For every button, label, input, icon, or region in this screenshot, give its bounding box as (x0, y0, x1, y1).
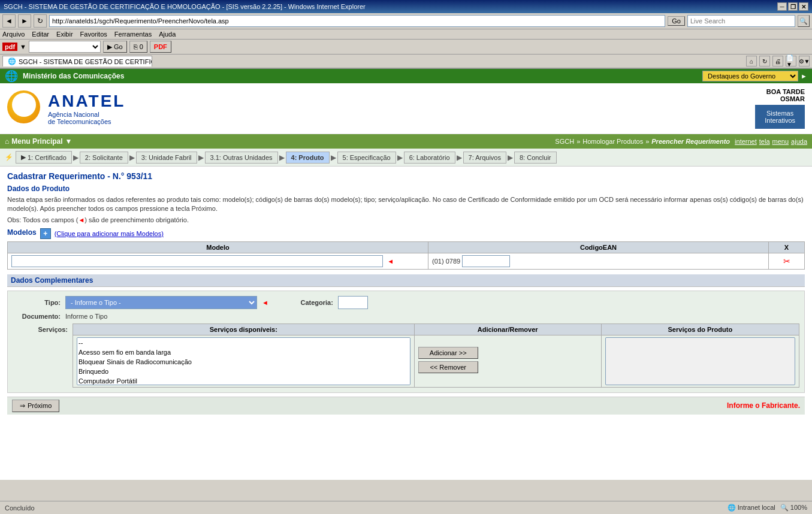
menu-principal-arrow: ▼ (65, 137, 73, 146)
servicos-label-container: Serviços: (13, 323, 73, 333)
go-button[interactable]: Go (668, 16, 685, 26)
modelos-header: Modelos + (Clique para adicionar mais Mo… (7, 228, 805, 239)
proximo-button[interactable]: ⇒ Próximo (12, 400, 59, 412)
remover-button[interactable]: << Remover (418, 361, 478, 373)
tools-icon[interactable]: ⚙▼ (799, 56, 810, 66)
dados-complementares-divider: Dados Complementares (7, 274, 805, 287)
menu-principal-label: Menu Principal (11, 137, 62, 146)
breadcrumb-sep2: » (645, 138, 649, 145)
proximo-label: Próximo (28, 402, 52, 409)
step-3[interactable]: 3: Unidade Fabril (136, 152, 197, 164)
anatel-text: ANATEL Agência Nacional de Telecomunicaç… (48, 92, 125, 125)
menu-editar[interactable]: Editar (32, 31, 49, 38)
home-icon[interactable]: ⌂ (746, 56, 757, 66)
main-content: Cadastrar Requerimento - N.° 953/11 Dado… (0, 167, 812, 419)
add-model-icon[interactable]: + (40, 228, 51, 239)
close-button[interactable]: ✕ (799, 2, 808, 11)
step-8-label: 8: Concluir (520, 154, 551, 161)
step-1-label: 1: Certificado (28, 154, 67, 161)
menu-principal[interactable]: ⌂ Menu Principal ▼ (5, 137, 73, 146)
arrow-5: ▶ (331, 153, 336, 162)
servicos-produto-list[interactable] (605, 337, 795, 385)
plus-icon: + (43, 229, 47, 238)
arrow-2: ▶ (129, 153, 135, 162)
step-3-label: 3: Unidade Fabril (141, 154, 192, 161)
address-bar[interactable] (49, 15, 665, 27)
step-4-label: 4: Produto (291, 154, 324, 161)
arrow-8: ▶ (508, 153, 513, 162)
restore-button[interactable]: ❐ (788, 2, 798, 11)
add-remove-cell: Adicionar >> << Remover (414, 335, 601, 387)
delete-icon[interactable]: ✂ (783, 256, 790, 266)
step-1[interactable]: ▶ 1: Certificado (16, 151, 72, 164)
adicionar-button[interactable]: Adicionar >> (418, 347, 478, 359)
nav-breadcrumb: ⌂ Menu Principal ▼ SGCH » Homologar Prod… (0, 134, 812, 149)
step-2[interactable]: 2: Solicitante (80, 152, 128, 164)
minimize-button[interactable]: ─ (777, 2, 787, 11)
menu-ferramentas[interactable]: Ferramentas (114, 31, 152, 38)
refresh-button[interactable]: ↻ (34, 14, 47, 28)
servicos-disponiveis-list[interactable]: -- Acesso sem fio em banda larga Bloquea… (77, 337, 410, 385)
pdf-icon: PDF (154, 43, 167, 50)
categoria-input[interactable] (338, 296, 368, 309)
step-3-1[interactable]: 3.1: Outras Unidades (205, 152, 278, 164)
nav-tela[interactable]: tela (759, 138, 770, 145)
nav-menu[interactable]: menu (772, 138, 789, 145)
pdf-dropdown[interactable] (29, 41, 101, 53)
search-button[interactable]: 🔍 (798, 15, 810, 27)
greeting: BOA TARDE (766, 88, 805, 95)
servicos-produto-cell (601, 335, 799, 387)
copy-icon: ⎘ (134, 43, 138, 50)
required-marker: ◄ (78, 216, 84, 223)
col-ean: CodigoEAN (428, 241, 769, 253)
step-6[interactable]: 6: Laboratório (404, 152, 455, 164)
step-4[interactable]: 4: Produto (286, 152, 330, 164)
gov-bar: 🌐 Ministério das Comunicações Destaques … (0, 69, 812, 83)
nav-internet[interactable]: internet (735, 138, 757, 145)
ean-input[interactable] (462, 255, 510, 267)
servicos-table: Serviços disponíveis: Adicionar/Remover … (73, 323, 799, 388)
tipo-select[interactable]: - Informe o Tipo - (65, 296, 257, 309)
menu-ajuda[interactable]: Ajuda (159, 31, 176, 38)
ean-prefix: (01) 0789 (432, 258, 460, 265)
proximo-arrow-icon: ⇒ (20, 402, 25, 410)
servicos-data-row: -- Acesso sem fio em banda larga Bloquea… (73, 335, 799, 387)
menu-exibir[interactable]: Exibir (56, 31, 73, 38)
modelo-required-arrow: ◄ (387, 258, 394, 265)
breadcrumb-sgch[interactable]: SGCH (555, 138, 574, 145)
step-2-label: 2: Solicitante (85, 154, 123, 161)
servicos-label: Serviços: (38, 326, 68, 333)
dados-complementares-title: Dados Complementares (11, 276, 93, 285)
col-x: X (769, 241, 805, 253)
step-8[interactable]: 8: Concluir (514, 152, 557, 164)
modelos-table: Modelo CodigoEAN X ◄ (01) 0789 (7, 241, 805, 270)
menu-arquivo[interactable]: Arquivo (2, 31, 25, 38)
breadcrumb-homologar[interactable]: Homologar Produtos (582, 138, 643, 145)
refresh-tab-icon[interactable]: ↻ (759, 56, 770, 66)
pdf-button[interactable]: PDF (150, 41, 171, 53)
forward-button[interactable]: ► (18, 14, 31, 28)
doc-value: Informe o Tipo (65, 313, 107, 320)
arrow-1: ▶ (73, 153, 79, 162)
modelo-input[interactable] (11, 255, 383, 267)
print-icon[interactable]: 🖨 (772, 56, 783, 66)
table-row: ◄ (01) 0789 ✂ (8, 253, 805, 269)
back-button[interactable]: ◄ (2, 14, 16, 28)
destaques-dropdown[interactable]: Destaques do Governo (702, 71, 798, 81)
ean-cell: (01) 0789 (428, 253, 769, 269)
step-1-arrow: ▶ (21, 153, 26, 161)
breadcrumb-sep1: » (576, 138, 580, 145)
counter-button[interactable]: ⎘ 0 (129, 41, 147, 53)
live-search-input[interactable] (687, 15, 795, 27)
menu-favoritos[interactable]: Favoritos (80, 31, 107, 38)
active-tab[interactable]: 🌐 SGCH - SISTEMA DE GESTÃO DE CERTIFICAÇ… (2, 56, 152, 66)
add-model-link[interactable]: (Clique para adicionar mais Modelos) (55, 230, 164, 237)
sistemas-interativos-button[interactable]: Sistemas Interativos (755, 105, 805, 129)
nav-ajuda[interactable]: ajuda (791, 138, 807, 145)
col-modelo: Modelo (8, 241, 428, 253)
step-7[interactable]: 7: Arquivos (463, 152, 506, 164)
gov-scroll-right[interactable]: ► (801, 72, 807, 80)
go-button-pdf[interactable]: ▶ Go (103, 41, 127, 53)
step-5[interactable]: 5: Especificação (337, 152, 396, 164)
page-menu-icon[interactable]: 📄▼ (786, 56, 796, 66)
